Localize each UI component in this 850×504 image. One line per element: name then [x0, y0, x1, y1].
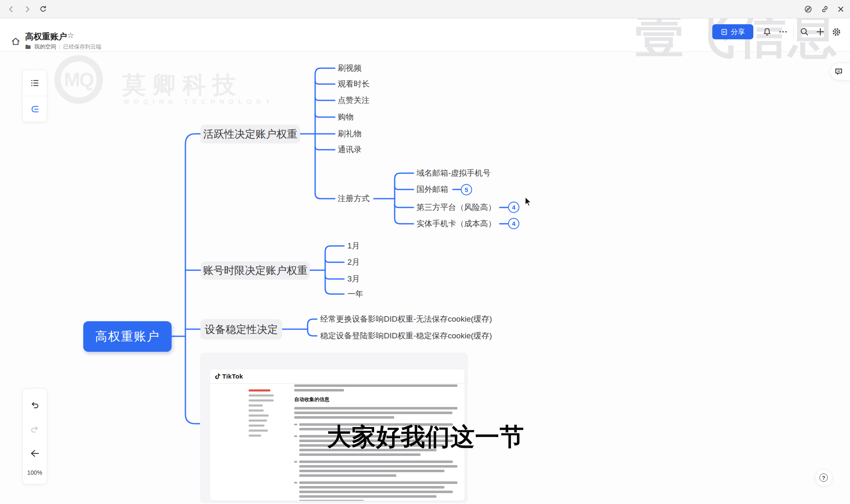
settings-button[interactable] — [828, 24, 844, 40]
outline-tool-button[interactable] — [23, 70, 47, 96]
topic-register-method[interactable]: 注册方式 — [338, 194, 370, 203]
topic-gifts[interactable]: 刷礼物 — [338, 129, 362, 138]
comment-icon — [835, 67, 843, 76]
zoom-level[interactable]: 100% — [27, 469, 42, 476]
breadcrumb-space[interactable]: 我的空间 — [34, 43, 56, 51]
back-icon[interactable] — [6, 4, 17, 15]
search-button[interactable] — [796, 24, 812, 40]
notifications-button[interactable] — [759, 24, 775, 40]
help-button[interactable]: ? — [815, 469, 832, 486]
close-icon[interactable] — [835, 4, 846, 15]
badge-third-party[interactable]: 4 — [508, 202, 519, 213]
comment-tab[interactable] — [830, 63, 850, 80]
tiktok-heading: 自动收集的信息 — [294, 396, 461, 403]
redo-button[interactable] — [26, 421, 43, 437]
branch-node-account-age[interactable]: 账号时限决定账户权重 — [201, 261, 310, 279]
back-arrow-icon — [30, 449, 40, 458]
vendor-subname: MOQING TECHNOLOGY — [124, 98, 275, 105]
topic-watch-time[interactable]: 观看时长 — [338, 79, 370, 89]
topic-1-month[interactable]: 1月 — [347, 241, 360, 251]
vendor-name: 莫卿科技 — [122, 69, 243, 101]
more-button[interactable] — [775, 24, 791, 40]
mindmap-structure-icon — [30, 105, 39, 114]
share-label: 分享 — [731, 27, 745, 37]
share-icon — [721, 28, 728, 36]
topic-device-stable[interactable]: 稳定设备登陆影响DID权重-稳定保存cookie(缓存) — [320, 331, 492, 340]
topic-device-change[interactable]: 经常更换设备影响DID权重-无法保存cookie(缓存) — [320, 315, 492, 324]
tiktok-brand: TikTok — [222, 373, 243, 380]
topic-3-month[interactable]: 3月 — [347, 274, 360, 284]
breadcrumb-separator — [59, 44, 60, 50]
share-button[interactable]: 分享 — [712, 24, 753, 39]
save-status: 已经保存到云端 — [63, 43, 101, 51]
topic-domain-email[interactable]: 域名邮箱-虚拟手机号 — [416, 169, 490, 178]
refresh-icon[interactable] — [38, 4, 49, 15]
more-dots-icon — [778, 27, 788, 36]
undo-button[interactable] — [26, 397, 43, 413]
topic-physical-sim[interactable]: 实体手机卡（成本高） — [416, 219, 496, 228]
left-toolbar — [22, 69, 47, 122]
topic-2-month[interactable]: 2月 — [347, 258, 360, 267]
outline-list-icon — [31, 79, 39, 87]
topic-shopping[interactable]: 购物 — [338, 113, 354, 122]
breadcrumb: 我的空间 已经保存到云端 — [25, 43, 101, 51]
undo-icon — [30, 400, 39, 409]
vendor-logo-icon: MQ — [54, 55, 103, 104]
bell-icon — [763, 27, 772, 36]
topic-foreign-email[interactable]: 国外邮箱 — [416, 185, 448, 194]
doc-title[interactable]: 高权重账户 — [25, 31, 67, 42]
branch-node-activity[interactable]: 活跃性决定账户权重 — [200, 125, 300, 143]
center-map-button[interactable] — [26, 445, 43, 462]
home-button[interactable] — [9, 35, 22, 48]
header-divider — [794, 26, 794, 38]
capture-icon[interactable] — [803, 4, 814, 15]
add-button[interactable] — [812, 24, 828, 40]
tiktok-page-header: TikTok — [210, 369, 465, 384]
branch-node-device[interactable]: 设备稳定性决定 — [200, 319, 282, 339]
topic-1-year[interactable]: 一年 — [347, 289, 363, 299]
badge-physical-sim[interactable]: 4 — [508, 218, 519, 229]
tiktok-logo-icon — [215, 373, 221, 380]
redo-icon — [30, 425, 39, 434]
favorite-star-icon[interactable]: ☆ — [67, 31, 74, 40]
topic-contacts[interactable]: 通讯录 — [338, 145, 362, 154]
badge-foreign-email[interactable]: 5 — [461, 184, 472, 195]
browser-toolbar — [0, 0, 850, 18]
folder-icon — [25, 44, 31, 49]
topic-like-follow[interactable]: 点赞关注 — [338, 96, 370, 105]
gear-icon — [832, 27, 841, 37]
tiktok-sidebar — [249, 389, 276, 440]
search-icon — [800, 27, 809, 36]
forward-icon[interactable] — [22, 4, 33, 15]
header-actions: 分享 — [712, 23, 844, 40]
video-caption: 大家好我们这一节 — [327, 421, 524, 453]
link-icon[interactable] — [819, 4, 830, 15]
mouse-cursor — [525, 197, 534, 207]
canvas-controls: 100% — [22, 388, 47, 484]
structure-tool-button[interactable] — [23, 96, 47, 122]
question-icon: ? — [819, 473, 828, 482]
plus-icon — [816, 27, 825, 36]
topic-third-party[interactable]: 第三方平台（风险高） — [416, 203, 496, 212]
topic-watch-video[interactable]: 刷视频 — [338, 64, 362, 73]
root-node[interactable]: 高权重账户 — [83, 321, 172, 352]
